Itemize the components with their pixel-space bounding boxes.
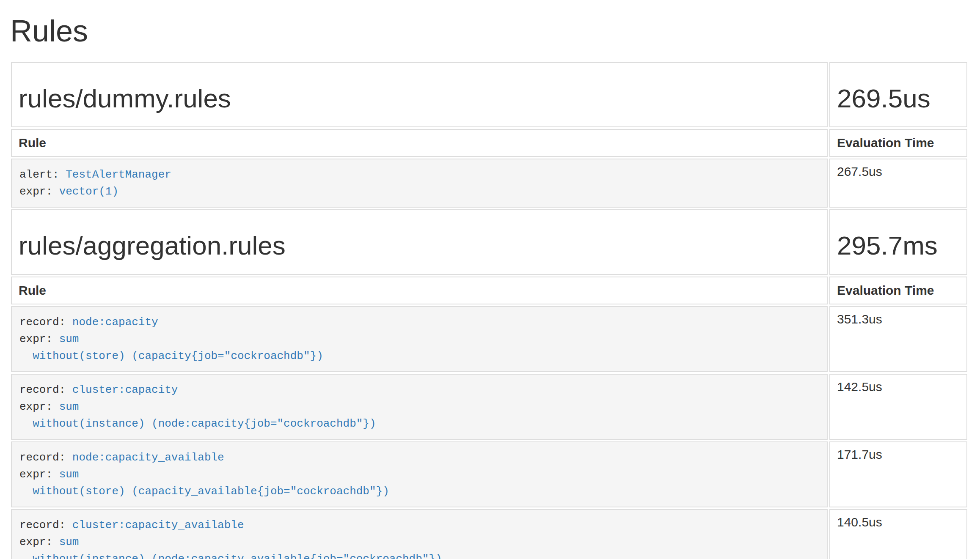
- rules-table: rules/dummy.rules 269.5us Rule Evaluatio…: [9, 60, 969, 559]
- rule-eval-time: 267.5us: [829, 159, 967, 208]
- rule-definition-cell: record: node:capacity expr: sum without(…: [11, 306, 828, 372]
- rule-group-eval-time: 295.7ms: [837, 231, 960, 260]
- rule-definition-cell: record: cluster:capacity expr: sum witho…: [11, 374, 828, 440]
- rule-group-eval-time-cell: 295.7ms: [829, 209, 967, 274]
- rule-eval-time: 351.3us: [829, 306, 967, 372]
- rule-link[interactable]: sum: [59, 536, 79, 548]
- rule-definition: alert: TestAlertManager expr: vector(1): [12, 159, 827, 207]
- rule-link[interactable]: node:capacity: [72, 316, 158, 329]
- rule-link[interactable]: without(store) (capacity{job="cockroachd…: [33, 350, 323, 362]
- rule-group-file-cell: rules/aggregation.rules: [11, 209, 828, 274]
- rule-keyword: expr:: [19, 185, 59, 198]
- rule-link[interactable]: without(store) (capacity_available{job="…: [33, 485, 389, 498]
- rule-row: record: node:capacity_available expr: su…: [11, 441, 967, 507]
- rule-definition: record: cluster:capacity expr: sum witho…: [12, 375, 827, 439]
- rule-link[interactable]: without(instance) (node:capacity_availab…: [33, 553, 442, 559]
- rule-link[interactable]: sum: [59, 468, 79, 481]
- column-header-row: Rule Evaluation Time: [11, 277, 967, 304]
- rule-keyword: record:: [19, 384, 72, 396]
- rule-row: record: cluster:capacity_available expr:…: [11, 509, 967, 559]
- rule-keyword: [19, 350, 33, 362]
- rule-group-header-row: rules/dummy.rules 269.5us: [11, 62, 967, 127]
- rule-link[interactable]: vector(1): [59, 185, 118, 198]
- rule-eval-time: 142.5us: [829, 374, 967, 440]
- rule-column-header: Rule: [11, 129, 828, 157]
- rule-link[interactable]: cluster:capacity_available: [72, 519, 244, 532]
- rule-link[interactable]: TestAlertManager: [66, 168, 171, 181]
- rule-group-eval-time: 269.5us: [837, 84, 960, 113]
- rule-definition: record: node:capacity expr: sum without(…: [12, 307, 827, 371]
- rule-definition: record: node:capacity_available expr: su…: [12, 442, 827, 507]
- rule-group-file-cell: rules/dummy.rules: [11, 62, 828, 127]
- rule-group-eval-time-cell: 269.5us: [829, 62, 967, 127]
- rule-group-file: rules/aggregation.rules: [19, 231, 820, 260]
- rule-keyword: [19, 417, 33, 430]
- rule-group-header-row: rules/aggregation.rules 295.7ms: [11, 209, 967, 274]
- rule-eval-time: 171.7us: [829, 441, 967, 507]
- rule-row: record: cluster:capacity expr: sum witho…: [11, 374, 967, 440]
- page-title: Rules: [10, 14, 969, 48]
- rule-keyword: expr:: [19, 468, 59, 481]
- rule-link[interactable]: node:capacity_available: [72, 451, 224, 464]
- rule-link[interactable]: without(instance) (node:capacity{job="co…: [33, 417, 376, 430]
- rule-link[interactable]: cluster:capacity: [72, 384, 178, 396]
- rule-link[interactable]: sum: [59, 400, 79, 413]
- rule-keyword: [19, 553, 33, 559]
- rule-keyword: record:: [19, 451, 72, 464]
- rule-keyword: expr:: [19, 333, 59, 345]
- rule-definition: record: cluster:capacity_available expr:…: [12, 510, 827, 559]
- eval-time-column-header: Evaluation Time: [829, 129, 967, 157]
- rule-row: alert: TestAlertManager expr: vector(1) …: [11, 159, 967, 208]
- eval-time-column-header: Evaluation Time: [829, 277, 967, 304]
- rule-keyword: alert:: [19, 168, 66, 181]
- rule-group-file: rules/dummy.rules: [19, 84, 820, 113]
- rule-eval-time: 140.5us: [829, 509, 967, 559]
- rule-definition-cell: alert: TestAlertManager expr: vector(1): [11, 159, 828, 208]
- rule-row: record: node:capacity expr: sum without(…: [11, 306, 967, 372]
- rule-keyword: record:: [19, 519, 72, 532]
- rule-keyword: [19, 485, 33, 498]
- rule-column-header: Rule: [11, 277, 828, 304]
- rule-definition-cell: record: cluster:capacity_available expr:…: [11, 509, 828, 559]
- rule-keyword: expr:: [19, 400, 59, 413]
- column-header-row: Rule Evaluation Time: [11, 129, 967, 157]
- rule-link[interactable]: sum: [59, 333, 79, 345]
- rule-keyword: record:: [19, 316, 72, 329]
- rule-definition-cell: record: node:capacity_available expr: su…: [11, 441, 828, 507]
- rule-keyword: expr:: [19, 536, 59, 548]
